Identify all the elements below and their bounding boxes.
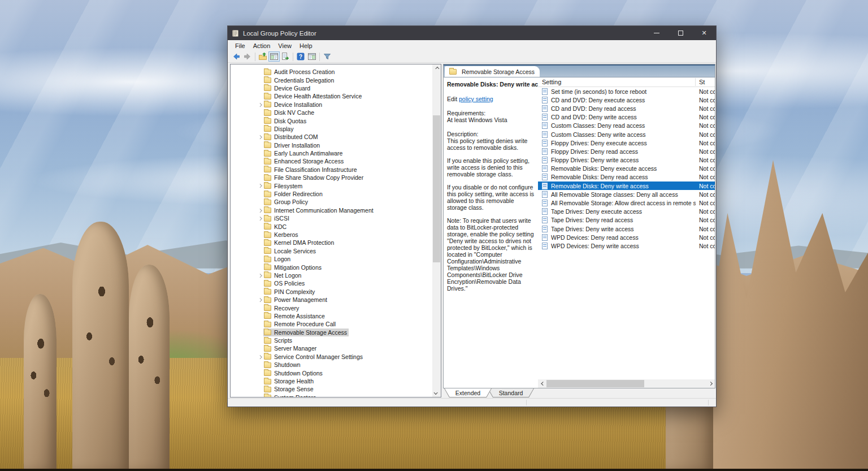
tree-item-body[interactable]: Power Management bbox=[263, 296, 329, 304]
tree-item-body[interactable]: Device Guard bbox=[263, 84, 312, 92]
tree-item-body[interactable]: Early Launch Antimalware bbox=[263, 149, 344, 157]
tree-item-body[interactable]: Distributed COM bbox=[263, 133, 320, 141]
tree-item[interactable]: System Restore bbox=[231, 394, 432, 397]
tree-item[interactable]: Device Installation bbox=[231, 101, 432, 109]
chevron-expand-icon[interactable] bbox=[257, 299, 263, 301]
scroll-down-button[interactable] bbox=[432, 388, 441, 397]
chevron-expand-icon[interactable] bbox=[257, 136, 263, 139]
tree-item-body[interactable]: Disk Quotas bbox=[263, 117, 308, 125]
scrollbar-thumb[interactable] bbox=[546, 380, 644, 387]
tree-item[interactable]: Server Manager bbox=[231, 344, 432, 352]
tree-item[interactable]: Driver Installation bbox=[231, 141, 432, 149]
column-header-state[interactable]: St bbox=[696, 79, 715, 85]
setting-row[interactable]: Floppy Drives: Deny execute accessNot co bbox=[538, 139, 715, 147]
scroll-left-button[interactable] bbox=[538, 379, 546, 388]
minimize-button[interactable] bbox=[645, 26, 669, 40]
tree-item[interactable]: Removable Storage Access bbox=[231, 329, 432, 336]
tree-item[interactable]: Disk Quotas bbox=[231, 116, 432, 124]
tree-item-body[interactable]: Folder Redirection bbox=[263, 190, 324, 198]
chevron-expand-icon[interactable] bbox=[257, 184, 263, 187]
action-pane-toggle-button[interactable] bbox=[306, 51, 318, 62]
tree-item-body[interactable]: Kernel DMA Protection bbox=[263, 239, 336, 247]
tree-item[interactable]: Service Control Manager Settings bbox=[231, 353, 432, 361]
column-header-setting[interactable]: Setting bbox=[538, 79, 695, 85]
tree-item[interactable]: Group Policy bbox=[231, 198, 432, 206]
setting-row[interactable]: Removable Disks: Deny execute accessNot … bbox=[538, 165, 715, 173]
tab-extended[interactable]: Extended bbox=[444, 388, 492, 397]
tree-item-body[interactable]: Shutdown bbox=[263, 361, 302, 369]
setting-row[interactable]: CD and DVD: Deny read accessNot co bbox=[538, 104, 715, 113]
setting-row[interactable]: Set time (in seconds) to force rebootNot… bbox=[538, 87, 715, 96]
setting-row[interactable]: Floppy Drives: Deny read accessNot co bbox=[538, 147, 715, 155]
tree-item[interactable]: Device Health Attestation Service bbox=[231, 92, 432, 100]
tree-item[interactable]: Storage Sense bbox=[231, 385, 432, 393]
title-bar[interactable]: Local Group Policy Editor ✕ bbox=[228, 26, 716, 40]
chevron-expand-icon[interactable] bbox=[257, 209, 263, 212]
menu-file[interactable]: File bbox=[231, 41, 249, 50]
tree-item[interactable]: Display bbox=[231, 125, 432, 133]
tree-item-body[interactable]: iSCSI bbox=[263, 214, 291, 222]
tree-item-body[interactable]: Logon bbox=[263, 255, 292, 263]
tree-item-body[interactable]: Group Policy bbox=[263, 198, 310, 206]
tree-item-body[interactable]: Audit Process Creation bbox=[263, 68, 336, 76]
close-button[interactable]: ✕ bbox=[692, 26, 716, 40]
tree-item[interactable]: Filesystem bbox=[231, 182, 432, 189]
help-button[interactable]: ? bbox=[295, 51, 306, 62]
tree-item-body[interactable]: PIN Complexity bbox=[263, 288, 316, 296]
tree-item[interactable]: KDC bbox=[231, 222, 432, 230]
tree-item-body[interactable]: Filesystem bbox=[263, 182, 304, 190]
tree-item[interactable]: Disk NV Cache bbox=[231, 109, 432, 116]
tree-item-body[interactable]: System Restore bbox=[263, 394, 318, 397]
tree-item-body[interactable]: Removable Storage Access bbox=[263, 329, 349, 336]
tree-item-body[interactable]: Recovery bbox=[263, 304, 301, 312]
tree-item[interactable]: Audit Process Creation bbox=[231, 68, 432, 76]
tree-item-body[interactable]: Disk NV Cache bbox=[263, 109, 316, 116]
scrollbar-thumb[interactable] bbox=[433, 115, 440, 262]
setting-row[interactable]: Tape Drives: Deny read accessNot co bbox=[538, 216, 715, 224]
menu-action[interactable]: Action bbox=[249, 41, 275, 50]
tree-item-body[interactable]: Enhanced Storage Access bbox=[263, 157, 345, 165]
tree-item[interactable]: Credentials Delegation bbox=[231, 76, 432, 84]
tree-item[interactable]: Shutdown Options bbox=[231, 369, 432, 377]
tree-item-body[interactable]: Credentials Delegation bbox=[263, 76, 336, 84]
setting-row[interactable]: Tape Drives: Deny write accessNot co bbox=[538, 224, 715, 233]
tree-item-body[interactable]: Net Logon bbox=[263, 271, 303, 279]
tree-item[interactable]: Logon bbox=[231, 255, 432, 263]
back-button[interactable] bbox=[231, 51, 242, 62]
chevron-expand-icon[interactable] bbox=[257, 356, 263, 358]
tree-item[interactable]: Enhanced Storage Access bbox=[231, 157, 432, 165]
up-one-level-button[interactable] bbox=[257, 51, 268, 62]
tree-item-body[interactable]: Remote Procedure Call bbox=[263, 320, 337, 328]
setting-row[interactable]: WPD Devices: Deny write accessNot co bbox=[538, 241, 715, 250]
tree-item-body[interactable]: Kerberos bbox=[263, 231, 300, 239]
tree-item[interactable]: Remote Procedure Call bbox=[231, 320, 432, 328]
menu-view[interactable]: View bbox=[274, 41, 296, 50]
tree-item[interactable]: Folder Redirection bbox=[231, 190, 432, 198]
tree-item[interactable]: Scripts bbox=[231, 336, 432, 344]
tree-item[interactable]: Distributed COM bbox=[231, 133, 432, 141]
tree-item[interactable]: Mitigation Options bbox=[231, 263, 432, 271]
tree-item[interactable]: Internet Communication Management bbox=[231, 206, 432, 214]
tree-item[interactable]: Remote Assistance bbox=[231, 312, 432, 320]
setting-row[interactable]: All Removable Storage classes: Deny all … bbox=[538, 190, 715, 198]
chevron-expand-icon[interactable] bbox=[257, 103, 263, 106]
menu-help[interactable]: Help bbox=[296, 41, 316, 50]
tree-item[interactable]: File Share Shadow Copy Provider bbox=[231, 174, 432, 182]
tree-item-body[interactable]: Storage Sense bbox=[263, 385, 315, 393]
tree-item[interactable]: Net Logon bbox=[231, 271, 432, 279]
setting-row[interactable]: Tape Drives: Deny execute accessNot co bbox=[538, 208, 715, 216]
tree-item[interactable]: OS Policies bbox=[231, 279, 432, 287]
maximize-button[interactable] bbox=[669, 26, 692, 40]
tree-item-body[interactable]: Locale Services bbox=[263, 247, 318, 255]
tree-item-body[interactable]: Display bbox=[263, 125, 295, 133]
chevron-expand-icon[interactable] bbox=[257, 217, 263, 220]
tree-item-body[interactable]: Remote Assistance bbox=[263, 312, 327, 320]
tree-item-body[interactable]: Mitigation Options bbox=[263, 263, 323, 271]
tree-item-body[interactable]: Scripts bbox=[263, 336, 294, 344]
tree-item-body[interactable]: Shutdown Options bbox=[263, 369, 324, 377]
tree-item-body[interactable]: KDC bbox=[263, 223, 288, 231]
edit-policy-setting-link[interactable]: policy setting bbox=[459, 96, 493, 102]
setting-row[interactable]: Removable Disks: Deny write accessNot co bbox=[538, 182, 715, 190]
tree-item[interactable]: Kernel DMA Protection bbox=[231, 239, 432, 247]
tree-item[interactable]: Storage Health bbox=[231, 377, 432, 385]
